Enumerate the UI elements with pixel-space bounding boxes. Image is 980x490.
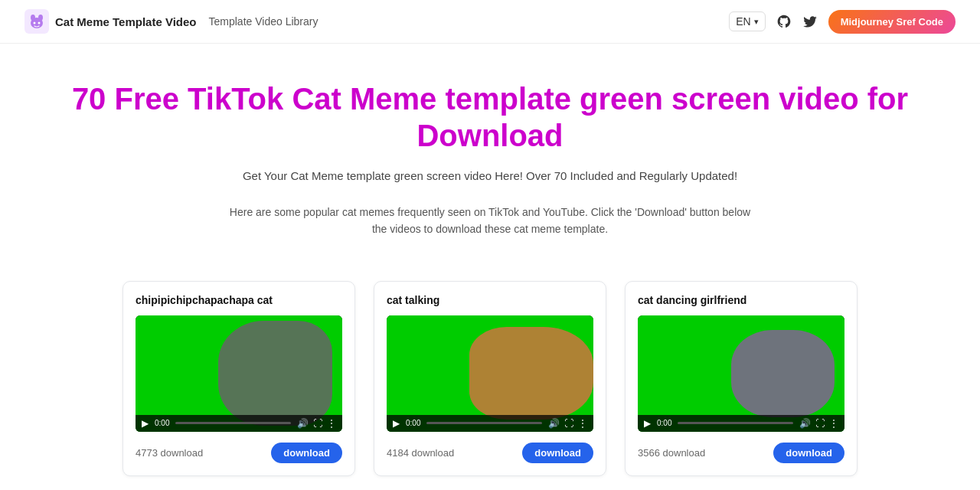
- logo-icon: [24, 9, 49, 34]
- site-header: Cat Meme Template Video Template Video L…: [0, 0, 980, 44]
- twitter-icon: [802, 14, 818, 29]
- download-count-1: 4773 download: [136, 447, 203, 459]
- video-controls-2: ▶ 0:00 🔊 ⛶ ⋮: [387, 415, 593, 432]
- progress-bar-3[interactable]: [678, 422, 793, 424]
- download-count-3: 3566 download: [638, 447, 705, 459]
- download-button-3[interactable]: download: [773, 443, 844, 463]
- hero-title: 70 Free TikTok Cat Meme template green s…: [24, 80, 956, 154]
- volume-icon-2[interactable]: 🔊: [548, 419, 560, 428]
- fullscreen-icon-2[interactable]: ⛶: [564, 419, 573, 428]
- video-card-2: cat talking ▶ 0:00 🔊 ⛶ ⋮ 4184 download d…: [374, 281, 606, 476]
- hero-subtitle: Get Your Cat Meme template green screen …: [24, 169, 956, 182]
- video-grid: chipipichipchapachapa cat ▶ 0:00 🔊 ⛶ ⋮ 4…: [0, 256, 980, 490]
- svg-point-2: [31, 15, 35, 21]
- video-title-2: cat talking: [387, 294, 593, 306]
- more-options-icon-3[interactable]: ⋮: [829, 419, 838, 428]
- time-3: 0:00: [657, 419, 671, 427]
- download-button-1[interactable]: download: [271, 443, 342, 463]
- video-title-3: cat dancing girlfriend: [638, 294, 844, 306]
- github-link[interactable]: [776, 14, 792, 29]
- volume-icon-3[interactable]: 🔊: [799, 419, 811, 428]
- play-button-1[interactable]: ▶: [142, 419, 149, 428]
- twitter-link[interactable]: [802, 14, 818, 29]
- video-controls-3: ▶ 0:00 🔊 ⛶ ⋮: [638, 415, 844, 432]
- download-count-2: 4184 download: [387, 447, 454, 459]
- fullscreen-icon-3[interactable]: ⛶: [815, 419, 825, 428]
- chevron-down-icon: ▾: [754, 17, 759, 27]
- fullscreen-icon-1[interactable]: ⛶: [313, 419, 322, 428]
- progress-bar-2[interactable]: [426, 422, 542, 424]
- video-player-3[interactable]: ▶ 0:00 🔊 ⛶ ⋮: [638, 315, 844, 432]
- card-footer-3: 3566 download download: [638, 443, 844, 463]
- site-title: Cat Meme Template Video: [55, 15, 197, 28]
- video-ctrl-right-2: 🔊 ⛶ ⋮: [548, 419, 587, 428]
- svg-point-3: [38, 15, 43, 21]
- video-player-1[interactable]: ▶ 0:00 🔊 ⛶ ⋮: [136, 315, 342, 432]
- video-player-2[interactable]: ▶ 0:00 🔊 ⛶ ⋮: [387, 315, 593, 432]
- hero-section: 70 Free TikTok Cat Meme template green s…: [0, 44, 980, 256]
- logo[interactable]: Cat Meme Template Video: [24, 9, 197, 34]
- play-button-3[interactable]: ▶: [644, 419, 651, 428]
- time-2: 0:00: [406, 419, 420, 427]
- github-icon: [776, 14, 792, 29]
- time-1: 0:00: [155, 419, 169, 427]
- video-controls-1: ▶ 0:00 🔊 ⛶ ⋮: [136, 415, 342, 432]
- video-card-3: cat dancing girlfriend ▶ 0:00 🔊 ⛶ ⋮ 3566…: [625, 281, 858, 476]
- video-title-1: chipipichipchapachapa cat: [136, 294, 342, 306]
- video-ctrl-right-1: 🔊 ⛶ ⋮: [297, 419, 336, 428]
- volume-icon-1[interactable]: 🔊: [297, 419, 309, 428]
- video-card-1: chipipichipchapachapa cat ▶ 0:00 🔊 ⛶ ⋮ 4…: [122, 281, 355, 476]
- card-footer-1: 4773 download download: [136, 443, 342, 463]
- card-footer-2: 4184 download download: [387, 443, 593, 463]
- more-options-icon-1[interactable]: ⋮: [327, 419, 336, 428]
- play-button-2[interactable]: ▶: [393, 419, 400, 428]
- more-options-icon-2[interactable]: ⋮: [578, 419, 587, 428]
- video-ctrl-right-3: 🔊 ⛶ ⋮: [799, 419, 838, 428]
- svg-point-4: [34, 22, 36, 24]
- nav-library-link[interactable]: Template Video Library: [209, 15, 318, 28]
- svg-point-5: [38, 22, 41, 24]
- progress-bar-1[interactable]: [175, 422, 291, 424]
- download-button-2[interactable]: download: [522, 443, 593, 463]
- header-right: EN ▾ Midjourney Sref Code: [729, 10, 956, 34]
- midjourney-button[interactable]: Midjourney Sref Code: [828, 10, 956, 34]
- hero-description: Here are some popular cat memes frequent…: [222, 204, 758, 238]
- language-selector[interactable]: EN ▾: [729, 11, 765, 31]
